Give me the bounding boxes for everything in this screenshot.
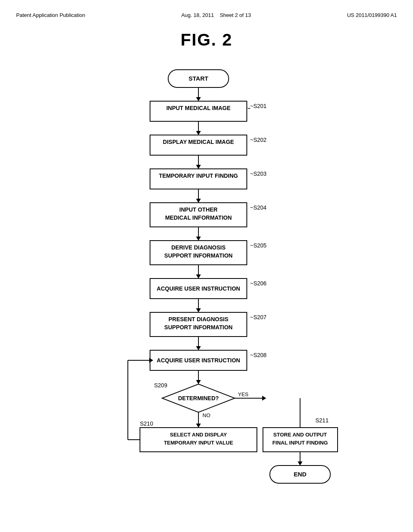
svg-marker-41	[196, 346, 201, 350]
svg-marker-46	[196, 380, 201, 384]
header-publication: Patent Application Publication	[16, 12, 85, 18]
svg-marker-55	[196, 424, 201, 428]
svg-text:S211: S211	[315, 417, 329, 424]
svg-marker-52	[262, 396, 266, 401]
svg-rect-4	[150, 101, 247, 121]
svg-text:INPUT MEDICAL IMAGE: INPUT MEDICAL IMAGE	[166, 105, 230, 111]
svg-text:~S202: ~S202	[250, 137, 267, 143]
header-sheet: Sheet 2 of 13	[220, 12, 251, 18]
svg-text:YES: YES	[238, 391, 248, 397]
svg-marker-8	[196, 131, 201, 135]
svg-text:END: END	[294, 471, 307, 478]
page: Patent Application Publication Aug. 18, …	[0, 0, 413, 532]
svg-text:~S203: ~S203	[250, 170, 267, 177]
svg-marker-24	[196, 237, 201, 241]
svg-text:TEMPORARY INPUT FINDING: TEMPORARY INPUT FINDING	[159, 172, 238, 179]
svg-text:INPUT OTHER: INPUT OTHER	[179, 206, 218, 213]
figure-title: FIG. 2	[16, 30, 397, 50]
header-date-sheet: Aug. 18, 2011 Sheet 2 of 13	[181, 12, 251, 18]
flowchart-svg: START INPUT MEDICAL IMAGE ~S201 DISPLAY …	[65, 62, 348, 485]
svg-text:~S206: ~S206	[250, 280, 267, 287]
svg-text:TEMPORARY INPUT VALUE: TEMPORARY INPUT VALUE	[164, 440, 233, 446]
svg-text:~S208: ~S208	[250, 352, 267, 358]
svg-text:PRESENT DIAGNOSIS: PRESENT DIAGNOSIS	[169, 316, 229, 322]
svg-text:STORE AND OUTPUT: STORE AND OUTPUT	[273, 432, 327, 438]
svg-rect-9	[150, 135, 247, 155]
svg-text:SUPPORT INFORMATION: SUPPORT INFORMATION	[164, 324, 232, 330]
svg-marker-3	[196, 97, 201, 101]
svg-text:~S204: ~S204	[250, 204, 267, 211]
svg-marker-35	[196, 308, 201, 312]
svg-marker-13	[196, 165, 201, 169]
svg-text:~S207: ~S207	[250, 314, 267, 320]
svg-text:DERIVE DIAGNOSIS: DERIVE DIAGNOSIS	[171, 244, 226, 251]
page-header: Patent Application Publication Aug. 18, …	[16, 8, 397, 22]
header-date: Aug. 18, 2011	[181, 12, 214, 18]
svg-text:~S201: ~S201	[250, 103, 267, 109]
svg-text:SUPPORT INFORMATION: SUPPORT INFORMATION	[164, 252, 232, 259]
svg-text:START: START	[189, 75, 209, 82]
svg-text:SELECT AND DISPLAY: SELECT AND DISPLAY	[170, 432, 227, 438]
svg-text:S210: S210	[140, 420, 153, 427]
svg-text:FINAL INPUT FINDING: FINAL INPUT FINDING	[272, 440, 328, 446]
svg-marker-30	[196, 274, 201, 278]
svg-rect-14	[150, 169, 247, 189]
svg-text:ACQUIRE USER INSTRUCTION: ACQUIRE USER INSTRUCTION	[157, 285, 240, 292]
svg-text:DISPLAY MEDICAL IMAGE: DISPLAY MEDICAL IMAGE	[163, 139, 234, 145]
svg-marker-18	[196, 199, 201, 203]
svg-text:ACQUIRE USER INSTRUCTION: ACQUIRE USER INSTRUCTION	[157, 357, 240, 364]
svg-text:~S205: ~S205	[250, 242, 267, 249]
svg-text:MEDICAL INFORMATION: MEDICAL INFORMATION	[165, 214, 232, 221]
svg-text:S209: S209	[154, 382, 167, 389]
svg-text:NO: NO	[202, 412, 211, 418]
svg-marker-66	[298, 461, 302, 466]
header-patent-number: US 2011/0199390 A1	[347, 12, 397, 18]
svg-text:DETERMINED?: DETERMINED?	[178, 395, 219, 401]
